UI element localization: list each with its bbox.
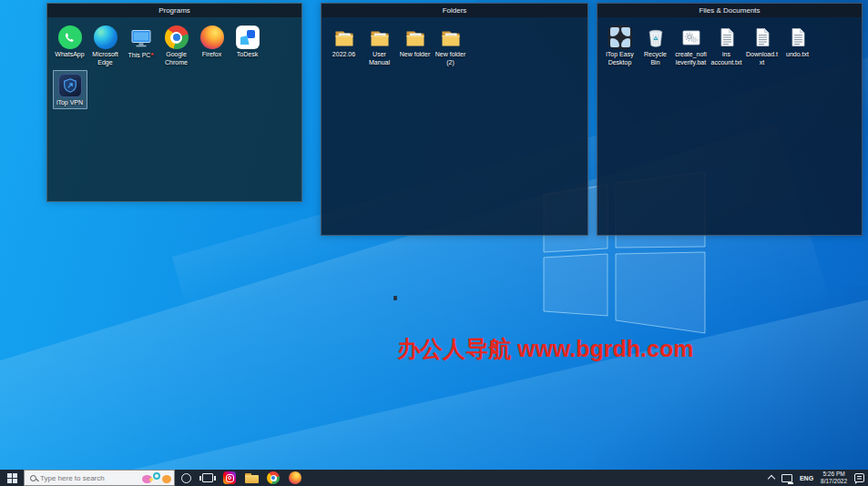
mouse-cursor xyxy=(393,296,397,300)
fence-title: Files & Documents xyxy=(699,6,760,15)
icon-label: Google Chrome xyxy=(160,51,193,67)
taskbar-button-file-explorer[interactable] xyxy=(240,470,262,486)
search-icon xyxy=(30,475,36,481)
fence-body: WhatsApp Microsoft Edge This PC* xyxy=(47,17,301,201)
desktop-icon-text-file[interactable]: undo.txt xyxy=(781,22,815,70)
taskbar-button-firefox[interactable] xyxy=(284,470,306,486)
taskbar-button-instagram[interactable] xyxy=(219,470,240,486)
recycle-bin-icon xyxy=(643,25,669,50)
desktop-icon-text-file[interactable]: ins account.txt xyxy=(710,22,744,70)
firefox-icon xyxy=(200,25,224,49)
desktop-icon-bat-file[interactable]: create_nofileverify.bat xyxy=(674,22,709,70)
fence-header-programs[interactable]: Programs xyxy=(47,4,301,17)
folder-icon xyxy=(438,25,464,50)
icon-label: New folder (2) xyxy=(434,51,467,67)
chrome-icon xyxy=(165,25,189,49)
system-tray: ENG 5:26 PM 8/17/2022 xyxy=(769,470,868,486)
icon-label: iTop VPN xyxy=(56,99,83,107)
icon-label: Download.txt xyxy=(746,51,779,67)
firefox-icon xyxy=(289,471,301,484)
site-watermark-text: 办公人导航 www.bgrdh.com xyxy=(397,334,693,364)
icon-label: ins account.txt xyxy=(710,51,743,67)
fence-body: 2022.06 User Manual New folder New folde… xyxy=(322,17,587,235)
desktop-icon-folder[interactable]: User Manual xyxy=(363,22,397,70)
desktop-icon-this-pc[interactable]: This PC* xyxy=(124,22,158,70)
desktop-icon-itop-vpn[interactable]: iTop VPN xyxy=(53,70,87,110)
bat-file-icon xyxy=(679,25,704,50)
desktop-icon-folder[interactable]: New folder (2) xyxy=(434,22,468,70)
language-indicator[interactable]: ENG xyxy=(800,475,813,481)
folder-icon xyxy=(332,25,357,50)
fence-panel-files-documents: Files & Documents iTop Easy Desktop Recy… xyxy=(597,3,863,236)
text-file-icon xyxy=(785,25,811,50)
desktop-icon-todesk[interactable]: ToDesk xyxy=(230,22,265,70)
fence-body: iTop Easy Desktop Recycle Bin xyxy=(597,17,862,235)
fence-header-folders[interactable]: Folders xyxy=(322,4,587,17)
edge-icon xyxy=(94,25,117,49)
itop-easy-desktop-icon xyxy=(608,25,632,49)
desktop-icon-firefox[interactable]: Firefox xyxy=(195,22,230,70)
icon-label: WhatsApp xyxy=(55,51,84,59)
clock-time: 5:26 PM xyxy=(821,471,847,478)
start-button[interactable] xyxy=(0,470,24,486)
folder-icon xyxy=(403,25,428,50)
taskbar-button-chrome[interactable] xyxy=(262,470,284,486)
desktop-icon-whatsapp[interactable]: WhatsApp xyxy=(53,22,87,70)
file-explorer-icon xyxy=(245,473,259,483)
taskbar: ENG 5:26 PM 8/17/2022 xyxy=(0,470,868,486)
fence-title: Folders xyxy=(443,6,467,15)
icon-label: 2022.06 xyxy=(332,51,355,59)
this-pc-icon xyxy=(128,25,154,50)
network-icon[interactable] xyxy=(781,474,792,482)
icon-label: undo.txt xyxy=(786,51,809,59)
text-file-icon xyxy=(714,25,740,50)
instagram-icon xyxy=(223,471,236,484)
search-input[interactable] xyxy=(40,474,124,482)
fence-panel-programs: Programs WhatsApp Microsoft Edge xyxy=(46,3,302,202)
fence-header-files-documents[interactable]: Files & Documents xyxy=(597,4,862,17)
desktop: 办公人导航 www.bgrdh.com Programs WhatsApp Mi… xyxy=(0,0,868,486)
text-file-icon xyxy=(750,25,775,50)
windows-start-icon xyxy=(7,473,17,483)
icon-label: User Manual xyxy=(363,51,396,67)
desktop-icon-microsoft-edge[interactable]: Microsoft Edge xyxy=(88,22,123,70)
fence-title: Programs xyxy=(158,6,190,15)
icon-label: iTop Easy Desktop xyxy=(604,51,637,67)
notification-center-icon[interactable] xyxy=(854,473,864,482)
desktop-icon-folder[interactable]: 2022.06 xyxy=(327,22,362,70)
clock-date: 8/17/2022 xyxy=(821,478,847,485)
task-view-icon xyxy=(202,473,213,482)
update-badge: * xyxy=(150,51,153,59)
desktop-icon-recycle-bin[interactable]: Recycle Bin xyxy=(638,22,673,70)
desktop-icon-google-chrome[interactable]: Google Chrome xyxy=(159,22,194,70)
icon-label: This PC* xyxy=(128,51,153,60)
icon-label: New folder xyxy=(400,51,430,59)
icon-label: ToDesk xyxy=(237,51,258,59)
chrome-icon xyxy=(267,471,280,484)
taskbar-clock[interactable]: 5:26 PM 8/17/2022 xyxy=(821,471,847,485)
taskbar-search-box[interactable] xyxy=(24,470,175,486)
cortana-icon xyxy=(181,473,191,483)
hidden-icons-chevron-icon[interactable] xyxy=(768,475,775,482)
itop-vpn-icon xyxy=(58,74,82,97)
desktop-icon-itop-easy-desktop[interactable]: iTop Easy Desktop xyxy=(603,22,638,70)
fence-panel-folders: Folders 2022.06 User Manual New folder xyxy=(321,3,588,236)
taskbar-button-cortana[interactable] xyxy=(175,470,197,486)
desktop-icon-folder[interactable]: New folder xyxy=(398,22,433,70)
icon-label: Microsoft Edge xyxy=(89,51,122,67)
icon-label: create_nofileverify.bat xyxy=(675,51,708,67)
icon-label: Firefox xyxy=(202,51,221,59)
todesk-icon xyxy=(236,25,260,49)
search-highlights-icon[interactable] xyxy=(140,471,173,484)
icon-label: Recycle Bin xyxy=(639,51,672,67)
folder-icon xyxy=(367,25,393,50)
taskbar-button-task-view[interactable] xyxy=(197,470,219,486)
desktop-icon-text-file[interactable]: Download.txt xyxy=(745,22,780,70)
whatsapp-icon xyxy=(58,25,82,49)
